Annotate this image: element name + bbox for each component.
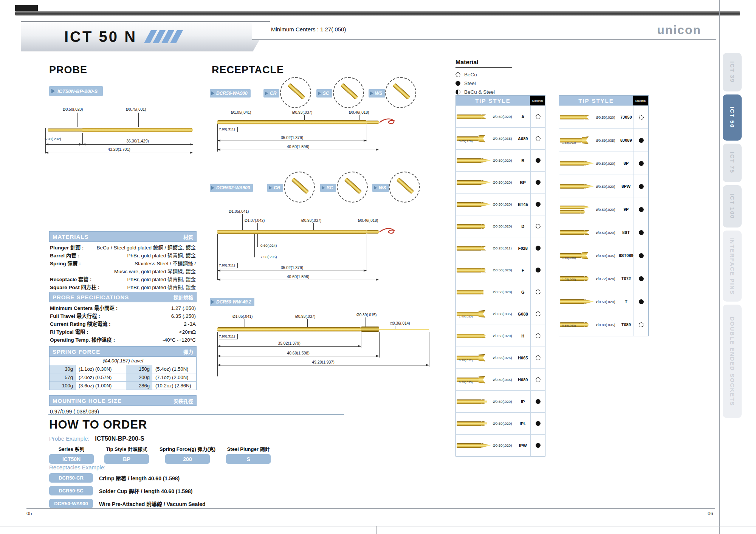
legend-label: BeCu & Steel [464, 89, 495, 95]
tip-diameter: Ø0.50(.020) [493, 421, 516, 426]
probe-tip-graphic [559, 230, 596, 235]
steel-symbol-icon [536, 246, 541, 251]
tip-code: T089 [618, 322, 634, 327]
steel-symbol-icon [536, 399, 541, 404]
tip-code: H089 [515, 378, 530, 382]
becu-symbol-icon [536, 333, 541, 338]
tip-diameter: Ø0.88(.035) [493, 312, 516, 316]
material-cell [634, 221, 648, 244]
probe-tip-graphic [456, 115, 493, 119]
probe-tip-graphic [559, 115, 596, 119]
probe-tip-graphic [456, 290, 493, 294]
steel-symbol-icon [536, 268, 541, 272]
tip-style-row-IPL: Ø0.50(.020) IPL [456, 412, 545, 434]
spec-label: Minimum Centers 最小間距 : [50, 305, 118, 313]
order-field: Steel Plunger 鋼針 S [226, 445, 271, 464]
probe-drawing: Ø0.50(.020) Ø0.75(.031) 5.90(.232) 36.30… [45, 105, 200, 156]
tip-style-row-8ST: Ø0.50(.020) 8ST [559, 221, 648, 244]
receptacle-group-2: DCR502-WA900 CR SC WS Ø1.05(.041) Ø1.07(… [210, 169, 437, 286]
steel-symbol-icon [536, 443, 541, 448]
receptacle-tail [367, 230, 379, 234]
tip-code: 8ST [618, 230, 634, 235]
wire-loop [379, 118, 396, 127]
slashes-icon [147, 30, 180, 43]
tab-ict-39[interactable]: ICT 39 [723, 53, 742, 91]
tip-code: 9P [618, 207, 634, 212]
probe-tip-graphic: 3.05(.120) [456, 135, 493, 142]
chip-arrow-icon [51, 89, 55, 93]
specs-panel: PROBE SPECIFICATIONS 探針規格 Minimum Center… [49, 292, 197, 344]
receptacle-examples: DCR50-CR Crimp 壓著 / length 40.60 (1.598)… [49, 473, 206, 508]
tip-diameter: Ø0.50(.020) [493, 158, 516, 163]
tab-ict-100[interactable]: ICT 100 [723, 185, 742, 228]
becu-symbol-icon [536, 355, 541, 360]
mounting-title: MOUNTING HOLE SIZE [53, 398, 122, 404]
legend-item-steel: Steel [455, 79, 539, 88]
tab-ict-75[interactable]: ICT 75 [723, 144, 742, 182]
probe-part-chip: ICT50N-BP-200-S [49, 86, 103, 96]
probe-tip-graphic [456, 180, 493, 185]
dim-label: 49.20(1.937) [217, 360, 429, 364]
receptacle-example-chip: DCR50-WA900 [49, 499, 93, 508]
spring-force-row: 57g (2.0oz) (0.57N) 200g (7.1oz) (2.00N) [50, 373, 196, 382]
order-field-chip: ICT50N [49, 454, 94, 464]
page-number-right: 06 [708, 511, 713, 516]
force-grams: 57g [50, 373, 76, 381]
tip-style-row-8ST089: 1.40(.055) Ø0.89(.035) 8ST089 [559, 244, 648, 267]
material-header: Material [633, 96, 648, 105]
tab-double-ended-sockets[interactable]: DOUBLE ENDED SOCKETS [723, 305, 742, 418]
spec-label: Barrel 內管 : [50, 252, 79, 260]
dim-label: Ø0.93(.037) [292, 110, 312, 115]
variant-sc: SC [323, 91, 329, 96]
probe-plunger [48, 128, 83, 132]
material-cell [530, 347, 545, 368]
tab-ict-50[interactable]: ICT 50 [723, 94, 742, 141]
receptacle-example-chip: DCR50-SC [49, 486, 93, 495]
probe-heading: PROBE [49, 64, 87, 76]
probe-example-label: Probe Example: [49, 435, 90, 442]
wirewrap-post [379, 329, 429, 330]
dim-label: 35.02(1.379) [217, 135, 367, 140]
tip-diameter: Ø0.89(.035) [596, 323, 619, 327]
legend-label: Steel [464, 80, 476, 86]
tip-diameter: Ø0.50(.020) [493, 334, 516, 338]
spec-label: Spring 彈簧 : [50, 260, 81, 276]
dim-label: 40.60(1.598) [217, 351, 379, 355]
spec-label: Plunger 針頭 : [50, 244, 84, 252]
tab-interface-pins[interactable]: INTERFACE PINS [723, 231, 742, 302]
tip-diameter: Ø0.50(.020) [596, 184, 619, 189]
mounting-title-zh: 安裝孔徑 [174, 397, 193, 404]
tip-style-row-IP: Ø0.50(.020) IP [456, 390, 545, 412]
tip-code: D [515, 224, 530, 229]
order-field-label: Steel Plunger 鋼針 [227, 445, 270, 452]
tip-style-row-8J089: 1.35(.053) Ø0.89(.035) 8J089 [559, 128, 648, 152]
steel-symbol-icon [536, 421, 541, 426]
spec-row: Plunger 針頭 : BeCu / Steel gold plated 鈹銅… [50, 244, 196, 252]
order-field-chip: 200 [165, 454, 210, 464]
spec-value: PhBr, gold plated 磷青銅, 鍍金 [127, 252, 196, 260]
dim-label: Ø0.46(.018) [349, 110, 369, 115]
material-cell [530, 413, 545, 434]
steel-symbol-icon [639, 299, 644, 304]
mounting-value: 0.97/0.99 (.038/.039) [49, 406, 197, 417]
receptacle-head [361, 327, 379, 332]
probe-tip-length: 5.90(.232) [45, 137, 61, 141]
tip-code: BP [515, 180, 530, 185]
variant-cr: CR [274, 185, 280, 190]
tip-code: F028 [515, 246, 530, 251]
tip-sub-dim: 3.05(.120) [459, 139, 472, 143]
material-cell [634, 129, 648, 152]
tip-code: 7J050 [618, 115, 634, 119]
tip-code: G [515, 290, 530, 294]
receptacle-group-3: DCR50-WW-49.2 Ø1.05(.041) Ø0.93(.037) Ø0… [210, 298, 452, 379]
tip-style-row-D: Ø0.50(.020) D [456, 215, 545, 237]
steel-symbol-icon [639, 138, 644, 143]
order-field-label: Series 系列 [59, 445, 85, 452]
becu-symbol-icon [536, 377, 541, 382]
tip-style-row-7J050: Ø0.50(.020) 7J050 [559, 105, 648, 128]
header: ICT 50 N Minimum Centers : 1.27(.050) un… [21, 21, 716, 50]
becu-symbol-icon [536, 311, 541, 316]
force-detail: (10.2oz) (2.86N) [152, 382, 196, 390]
material-cell [530, 325, 545, 347]
becu-symbol-icon [639, 115, 644, 120]
